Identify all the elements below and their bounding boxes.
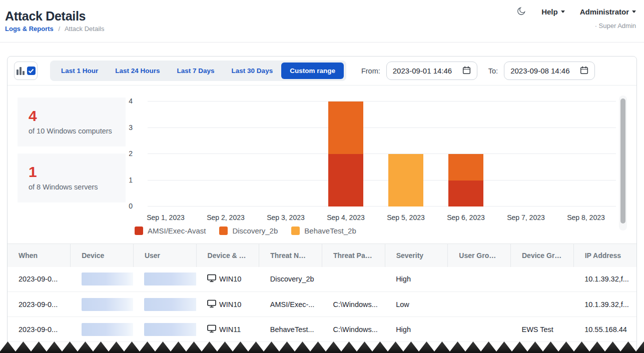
range-button-last-30-days[interactable]: Last 30 Days — [223, 62, 282, 79]
column-header-user-group[interactable]: User Gro… — [448, 244, 511, 267]
legend-swatch — [219, 226, 228, 235]
cell-threat-name: BehaveTest... — [259, 317, 322, 342]
column-header-severity[interactable]: Severity — [385, 244, 448, 267]
range-button-custom-range[interactable]: Custom range — [281, 62, 344, 79]
bar-segment-discovery-2b[interactable] — [448, 154, 483, 180]
cell-threat-name: AMSI/Exec-... — [259, 292, 322, 317]
device-os-label: WIN10 — [219, 300, 241, 308]
redacted-user-value — [144, 298, 196, 311]
gridline-3 — [148, 128, 616, 128]
user-menu-label: Administrator — [580, 8, 629, 16]
cell-user — [133, 317, 196, 342]
chevron-down-icon — [561, 10, 565, 13]
table-row[interactable]: 2023-09-0...WIN11BehaveTest...C:\Windows… — [8, 317, 636, 342]
range-button-last-1-hour[interactable]: Last 1 Hour — [53, 62, 107, 79]
chart-toolbar: Last 1 HourLast 24 HoursLast 7 DaysLast … — [8, 56, 636, 86]
to-date-value: 2023-09-08 14:46 — [510, 66, 569, 75]
column-header-threat-path[interactable]: Threat Pa… — [322, 244, 385, 267]
column-header-device-group[interactable]: Device Gr… — [511, 244, 574, 267]
table-row[interactable]: 2023-09-0...WIN10Discovery_2bHigh10.1.39… — [8, 267, 636, 292]
y-tick-label: 2 — [118, 150, 133, 158]
from-date-value: 2023-09-01 14:46 — [393, 66, 452, 75]
bar-segment-discovery-2b[interactable] — [328, 102, 363, 154]
x-tick-label: Sep 3, 2023 — [256, 214, 316, 222]
column-header-device-os[interactable]: Device & … — [196, 244, 259, 267]
cell-device-group: EWS Test — [511, 317, 574, 342]
legend-swatch — [135, 226, 143, 235]
chart-legend: AMSI/Exec-AvastDiscovery_2bBehaveTest_2b — [135, 226, 356, 235]
page-title: Attack Details — [5, 9, 86, 24]
cell-when: 2023-09-0... — [8, 292, 71, 317]
cell-device-os: WIN10 — [196, 292, 259, 317]
device-os-label: WIN11 — [219, 326, 241, 334]
chart-scrollbar-thumb[interactable] — [620, 98, 625, 224]
check-icon — [28, 68, 34, 74]
legend-label: AMSI/Exec-Avast — [148, 226, 206, 235]
bar-segment-behavetest-2b[interactable] — [388, 154, 423, 206]
user-menu[interactable]: Administrator — [580, 8, 636, 16]
range-button-last-24-hours[interactable]: Last 24 Hours — [107, 62, 168, 79]
stat-box-1: 1of 8 Windows servers — [18, 154, 126, 202]
cell-threat-path — [322, 267, 385, 292]
app-header: Attack Details Logs & Reports / Attack D… — [0, 0, 644, 42]
gridline-4 — [148, 101, 616, 102]
cell-device — [71, 317, 134, 342]
column-header-ip[interactable]: IP Address — [573, 244, 636, 267]
device-os-label: WIN10 — [219, 275, 241, 283]
cell-user-group — [448, 317, 511, 342]
monitor-icon — [207, 300, 216, 310]
y-tick-label: 0 — [118, 202, 133, 210]
legend-item-discovery-2b[interactable]: Discovery_2b — [219, 226, 278, 235]
stat-value: 1 — [29, 164, 126, 180]
cell-user — [133, 292, 196, 317]
chart-region: 4of 10 Windows computers1of 8 Windows se… — [8, 86, 636, 240]
column-header-user[interactable]: User — [133, 244, 196, 267]
chevron-down-icon — [632, 10, 636, 13]
x-tick-label: Sep 5, 2023 — [376, 214, 436, 222]
chart-toggle-button[interactable] — [14, 62, 38, 80]
stat-caption: of 10 Windows computers — [29, 127, 126, 135]
dark-mode-toggle-button[interactable] — [516, 6, 526, 18]
legend-item-amsi-exec-avast[interactable]: AMSI/Exec-Avast — [135, 226, 206, 235]
breadcrumb-link-logs-reports[interactable]: Logs & Reports — [5, 25, 54, 32]
column-header-threat-name[interactable]: Threat N… — [259, 244, 322, 267]
bar-segment-amsi-exec-avast[interactable] — [328, 154, 363, 206]
column-header-device[interactable]: Device — [71, 244, 134, 267]
y-tick-label: 3 — [118, 124, 133, 132]
range-button-last-7-days[interactable]: Last 7 Days — [169, 62, 223, 79]
cell-user-group — [448, 267, 511, 292]
x-tick-label: Sep 2, 2023 — [196, 214, 256, 222]
to-date-input[interactable]: 2023-09-08 14:46 — [504, 62, 595, 80]
events-table-wrap: WhenDeviceUserDevice & …Threat N…Threat … — [8, 244, 636, 342]
chart-visible-checkbox[interactable] — [27, 66, 36, 75]
y-tick-label: 1 — [118, 176, 133, 184]
table-row[interactable]: 2023-09-0...WIN10AMSI/Exec-...C:\Windows… — [8, 292, 636, 317]
column-header-when[interactable]: When — [8, 244, 71, 267]
device-os-cell: WIN11 — [207, 324, 256, 334]
redacted-device-value — [82, 323, 134, 336]
y-tick-label: 4 — [118, 97, 133, 105]
cell-device — [71, 292, 134, 317]
redacted-user-value — [144, 272, 196, 286]
stat-value: 4 — [29, 108, 126, 124]
cell-severity: High — [385, 267, 448, 292]
gridline-2 — [148, 154, 616, 154]
cell-ip: 10.1.39.32,f... — [573, 267, 636, 292]
moon-icon — [516, 6, 526, 18]
cell-threat-path: C:\Windows... — [322, 317, 385, 342]
from-date-input[interactable]: 2023-09-01 14:46 — [386, 62, 477, 80]
calendar-icon[interactable] — [580, 66, 588, 76]
cell-user — [133, 267, 196, 292]
redacted-user-value — [144, 323, 196, 336]
cell-ip: 10.1.39.32,f... — [573, 292, 636, 317]
legend-item-behavetest-2b[interactable]: BehaveTest_2b — [291, 226, 356, 235]
x-tick-label: Sep 8, 2023 — [556, 214, 616, 222]
help-menu[interactable]: Help — [541, 8, 565, 16]
x-tick-label: Sep 4, 2023 — [316, 214, 376, 222]
chart-scrollbar[interactable] — [619, 96, 627, 230]
chart-plot: Sep 1, 2023Sep 2, 2023Sep 3, 2023Sep 4, … — [136, 102, 616, 206]
bar-segment-amsi-exec-avast[interactable] — [448, 180, 483, 207]
calendar-icon[interactable] — [462, 66, 471, 76]
attack-details-panel: Last 1 HourLast 24 HoursLast 7 DaysLast … — [7, 56, 637, 353]
breadcrumb-current: Attack Details — [65, 25, 104, 32]
